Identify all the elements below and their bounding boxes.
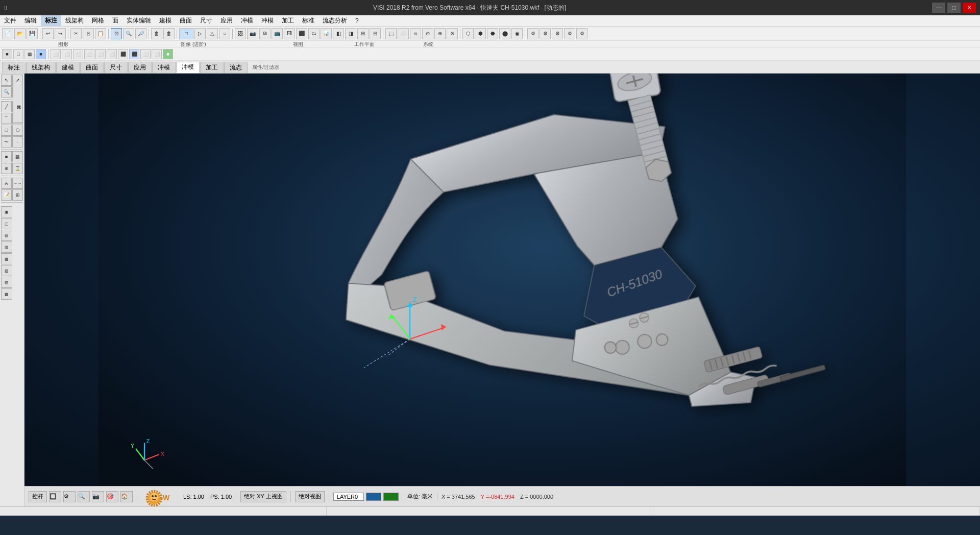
tab-yingyong[interactable]: 应用 [128, 62, 152, 73]
lt-filter2[interactable]: ▢ [1, 218, 12, 229]
menu-machine[interactable]: 加工 [278, 15, 298, 26]
lt-fillet[interactable]: ⌛ [12, 163, 23, 174]
tb-img4[interactable]: 📺 [272, 28, 283, 39]
tb-workplane3[interactable]: ⬣ [487, 28, 498, 39]
menu-surface[interactable]: 曲面 [176, 15, 196, 26]
close-button[interactable]: ✕ [963, 3, 976, 13]
lt-point[interactable]: · [12, 136, 23, 148]
menu-grid[interactable]: 网格 [88, 15, 108, 26]
menu-apply[interactable]: 应用 [216, 15, 237, 26]
lt-arc[interactable]: ⌒ [1, 113, 12, 124]
lt-solid[interactable]: ■ [1, 151, 12, 162]
lt-dim[interactable]: ←→ [12, 178, 23, 189]
tb2-hidden[interactable]: ▦ [24, 49, 35, 59]
maximize-button[interactable]: □ [947, 3, 961, 13]
tb-sys4[interactable]: ⚙ [564, 28, 575, 39]
tb-save[interactable]: 💾 [27, 28, 38, 39]
tb-img5[interactable]: 🎞 [284, 28, 295, 39]
menu-standard[interactable]: 标准 [298, 15, 318, 26]
tab-biaozhun[interactable]: 标注 [2, 62, 26, 73]
tb-shape4[interactable]: ○ [219, 28, 230, 39]
lt-layer[interactable]: ⊞ [12, 189, 23, 201]
tb-view4[interactable]: ⊙ [422, 28, 433, 39]
lt-filter1[interactable]: ▣ [1, 206, 12, 217]
menu-die2[interactable]: 冲模 [257, 15, 278, 26]
lt-filter8[interactable]: ▩ [1, 288, 12, 300]
tb2-shaded[interactable]: ■ [36, 49, 46, 59]
menu-help[interactable]: ? [351, 16, 363, 26]
lt-filter7[interactable]: ▨ [1, 277, 12, 288]
tb-workplane4[interactable]: ⬤ [499, 28, 510, 39]
menu-tab-active[interactable]: 标注 [41, 15, 61, 26]
tb-shape1[interactable]: □ [179, 28, 193, 39]
menu-dim[interactable]: 尺寸 [196, 15, 216, 26]
tb-sys1[interactable]: ⚙ [527, 28, 538, 39]
menu-solid-edit[interactable]: 实体编辑 [122, 15, 155, 26]
tb-img6[interactable]: ⬛ [296, 28, 307, 39]
tb-img2[interactable]: 📷 [247, 28, 258, 39]
tb-delete2[interactable]: 🗑 [163, 28, 175, 39]
tb-img8[interactable]: 📊 [321, 28, 332, 39]
menu-build[interactable]: 建模 [155, 15, 176, 26]
tb-view5[interactable]: ⊕ [434, 28, 446, 39]
tab-xianjia[interactable]: 线架构 [26, 62, 56, 73]
tb2-clip[interactable]: ■ [163, 49, 173, 59]
tb2-section[interactable]: ⬜ [152, 49, 162, 59]
lt-select[interactable]: ↖ [1, 75, 12, 86]
tb-workplane2[interactable]: ⬢ [475, 28, 486, 39]
status-icon6[interactable]: 🏠 [120, 491, 133, 502]
menu-die1[interactable]: 冲模 [237, 15, 257, 26]
minimize-button[interactable]: — [932, 3, 945, 13]
viewport[interactable]: CH-51030 Z [24, 74, 980, 506]
lt-zoom[interactable]: 🔍 [1, 86, 12, 98]
tb-shape3[interactable]: △ [207, 28, 218, 39]
tb-open[interactable]: 📂 [14, 28, 26, 39]
lt-filter6[interactable]: ▧ [1, 265, 12, 276]
menu-wirework[interactable]: 线架构 [61, 15, 88, 26]
tb-img3[interactable]: 🖥 [259, 28, 271, 39]
tb-zoom-in[interactable]: 🔍 [123, 28, 134, 39]
lt-line[interactable]: ╱ [1, 101, 12, 112]
tb-sys5[interactable]: ⚙ [576, 28, 587, 39]
status-icon5[interactable]: 🎯 [106, 491, 118, 502]
tb-undo[interactable]: ↩ [42, 28, 54, 39]
tb-new[interactable]: 📄 [2, 28, 13, 39]
menu-file[interactable]: 文件 [0, 15, 20, 26]
tb2-back[interactable]: ⬜ [62, 49, 72, 59]
lt-poly[interactable]: ⬡ [12, 125, 23, 136]
lt-filter4[interactable]: ▥ [1, 241, 12, 253]
tb-workplane1[interactable]: ⬡ [462, 28, 474, 39]
tb-copy[interactable]: ⎘ [83, 28, 94, 39]
tb-redo[interactable]: ↪ [55, 28, 66, 39]
tab-chongmo[interactable]: 冲模 [152, 62, 176, 73]
menu-flow[interactable]: 流态分析 [318, 15, 351, 26]
tab-chicun[interactable]: 尺寸 [104, 62, 128, 73]
tb-delete[interactable]: 🗑 [151, 28, 162, 39]
tb-img9[interactable]: ◧ [333, 28, 344, 39]
tb-img10[interactable]: ◨ [345, 28, 356, 39]
lt-note[interactable]: 📝 [1, 189, 12, 201]
status-icon1[interactable]: 🔲 [49, 491, 61, 502]
tb-view1[interactable]: ⬚ [385, 28, 397, 39]
lt-rect[interactable]: □ [1, 125, 12, 136]
tb-paste[interactable]: 📋 [95, 28, 106, 39]
tb-shape2[interactable]: ▷ [194, 28, 206, 39]
tb2-top[interactable]: ⬜ [95, 49, 106, 59]
tb-cut[interactable]: ✂ [70, 28, 82, 39]
status-icon2[interactable]: ⚙ [63, 491, 76, 502]
menu-edit[interactable]: 编辑 [20, 15, 41, 26]
tab-jianmo[interactable]: 建模 [56, 62, 80, 73]
tb-view3[interactable]: ⧆ [410, 28, 421, 39]
tb-img7[interactable]: 🗂 [308, 28, 320, 39]
absolute-view-btn[interactable]: 绝对视图 [295, 491, 325, 502]
tb2-iso[interactable]: ⬛ [118, 49, 128, 59]
tb-zoom-out[interactable]: 🔎 [135, 28, 146, 39]
tb-sys3[interactable]: ⚙ [552, 28, 563, 39]
menu-face[interactable]: 面 [108, 15, 122, 26]
tb2-right[interactable]: ⬜ [84, 49, 94, 59]
tb-img11[interactable]: ⊞ [357, 28, 369, 39]
tb-view6[interactable]: ⊗ [447, 28, 458, 39]
tab-chongmo2[interactable]: 冲模 [176, 62, 200, 73]
lt-mesh[interactable]: ▦ [12, 151, 23, 162]
tab-jiagong[interactable]: 加工 [200, 62, 224, 73]
